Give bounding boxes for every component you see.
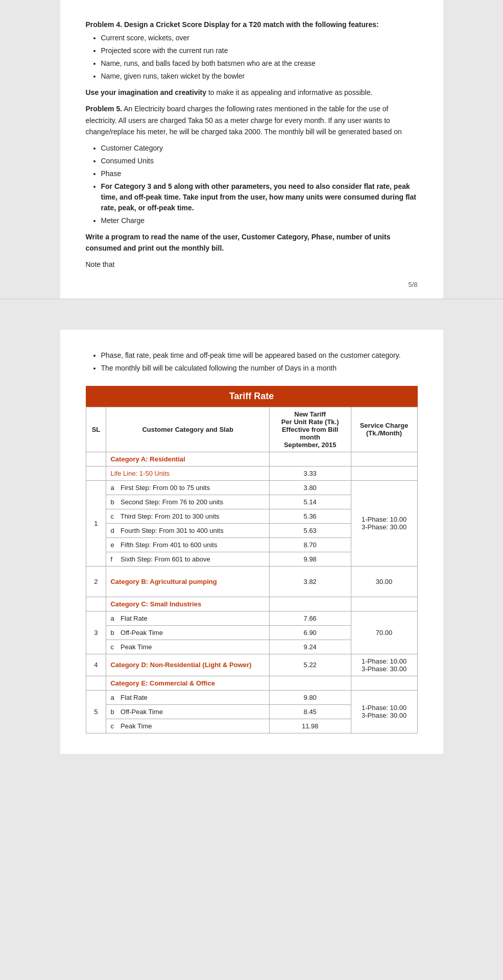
list-item: For Category 3 and 5 along with other pa… xyxy=(101,181,418,213)
tariff-cell: 9.98 xyxy=(269,552,351,566)
tariff-cell: 9.24 xyxy=(269,640,351,654)
tariff-cell xyxy=(269,452,351,466)
tariff-cell: 5.22 xyxy=(269,654,351,676)
tariff-cell: 5.63 xyxy=(269,523,351,537)
sl-cell xyxy=(86,676,106,690)
sl-cell xyxy=(86,597,106,611)
col-header-service: Service Charge(Tk./Month) xyxy=(351,407,417,452)
table-row: 1 a First Step: From 00 to 75 units 3.80… xyxy=(86,480,417,495)
tariff-title: Tariff Rate xyxy=(86,386,418,407)
cat-cell: a Flat Rate xyxy=(106,611,269,625)
table-row: Category A: Residential xyxy=(86,452,417,466)
tariff-cell: 3.80 xyxy=(269,480,351,495)
table-row: Category C: Small Industries xyxy=(86,597,417,611)
sl-cell: 3 xyxy=(86,611,106,654)
list-item: Phase xyxy=(101,168,418,179)
table-row: Life Line: 1-50 Units 3.33 xyxy=(86,466,417,480)
tariff-cell xyxy=(269,676,351,690)
cat-cell: a First Step: From 00 to 75 units xyxy=(106,480,269,495)
cat-cell: Category E: Commercial & Office xyxy=(106,676,269,690)
cat-cell: Life Line: 1-50 Units xyxy=(106,466,269,480)
list-item: Phase, flat rate, peak time and off-peak… xyxy=(101,350,418,361)
tariff-cell: 6.90 xyxy=(269,625,351,640)
cat-cell: c Third Step: From 201 to 300 units xyxy=(106,509,269,523)
service-cell: 1-Phase: 10.003-Phase: 30.00 xyxy=(351,654,417,676)
service-cell: 30.00 xyxy=(351,566,417,597)
list-item: Current score, wickets, over xyxy=(101,33,418,43)
tariff-cell: 3.33 xyxy=(269,466,351,480)
tariff-cell: 5.36 xyxy=(269,509,351,523)
list-item: Name, runs, and balls faced by both bats… xyxy=(101,58,418,69)
tariff-cell xyxy=(269,597,351,611)
service-cell xyxy=(351,597,417,611)
sl-cell: 2 xyxy=(86,566,106,597)
tariff-cell: 8.70 xyxy=(269,537,351,552)
cat-cell: f Sixth Step: From 601 to above xyxy=(106,552,269,566)
service-cell xyxy=(351,676,417,690)
tariff-cell: 9.80 xyxy=(269,690,351,704)
tariff-cell: 3.82 xyxy=(269,566,351,597)
col-header-category: Customer Category and Slab xyxy=(106,407,269,452)
sl-cell xyxy=(86,466,106,480)
cat-cell: Category C: Small Industries xyxy=(106,597,269,611)
tariff-cell: 5.14 xyxy=(269,495,351,509)
tariff-cell: 8.45 xyxy=(269,704,351,719)
cat-cell: Category B: Agricultural pumping xyxy=(106,566,269,597)
cat-cell: a Flat Rate xyxy=(106,690,269,704)
list-item: Meter Charge xyxy=(101,215,418,226)
sl-cell: 5 xyxy=(86,690,106,733)
service-cell: 1-Phase: 10.003-Phase: 30.00 xyxy=(351,480,417,566)
list-item: Name, given runs, taken wicket by the bo… xyxy=(101,71,418,82)
cat-cell: c Peak Time xyxy=(106,640,269,654)
cat-cell: d Fourth Step: From 301 to 400 units xyxy=(106,523,269,537)
table-row: 2 Category B: Agricultural pumping 3.82 … xyxy=(86,566,417,597)
sl-cell xyxy=(86,452,106,466)
tariff-table: SL Customer Category and Slab New Tariff… xyxy=(86,407,418,733)
table-row: 3 a Flat Rate 7.66 70.00 xyxy=(86,611,417,625)
tariff-cell: 11.98 xyxy=(269,719,351,733)
sl-cell: 1 xyxy=(86,480,106,566)
tariff-cell: 7.66 xyxy=(269,611,351,625)
cat-cell: b Off-Peak Time xyxy=(106,625,269,640)
table-row: 5 a Flat Rate 9.80 1-Phase: 10.003-Phase… xyxy=(86,690,417,704)
cat-cell: b Second Step: From 76 to 200 units xyxy=(106,495,269,509)
service-cell xyxy=(351,452,417,466)
cat-cell: Category A: Residential xyxy=(106,452,269,466)
col-header-tariff: New TariffPer Unit Rate (Tk.)Effective f… xyxy=(269,407,351,452)
problem5-intro: Problem 5. An Electricity board charges … xyxy=(86,103,418,137)
list-item: Consumed Units xyxy=(101,156,418,166)
problem4-bullets: Current score, wickets, over Projected s… xyxy=(101,33,418,82)
list-item: Projected score with the current run rat… xyxy=(101,45,418,56)
page-gap xyxy=(0,299,503,330)
page-number: 5/8 xyxy=(86,281,418,288)
bottom-bullets: Phase, flat rate, peak time and off-peak… xyxy=(101,350,418,374)
list-item: The monthly bill will be calculated foll… xyxy=(101,363,418,374)
list-item: Customer Category xyxy=(101,143,418,154)
sl-cell: 4 xyxy=(86,654,106,676)
cat-cell: Category D: Non-Residential (Light & Pow… xyxy=(106,654,269,676)
page-bottom: Phase, flat rate, peak time and off-peak… xyxy=(60,330,443,754)
problem5-bullets: Customer Category Consumed Units Phase F… xyxy=(101,143,418,226)
table-row: Category E: Commercial & Office xyxy=(86,676,417,690)
table-row: 4 Category D: Non-Residential (Light & P… xyxy=(86,654,417,676)
problem4-title: Problem 4. Design a Cricket Score Displa… xyxy=(86,20,418,29)
cat-cell: b Off-Peak Time xyxy=(106,704,269,719)
note-that: Note that xyxy=(86,259,418,270)
cat-cell: e Fifth Step: From 401 to 600 units xyxy=(106,537,269,552)
page-top: Problem 4. Design a Cricket Score Displa… xyxy=(60,0,443,299)
write-program-text: Write a program to read the name of the … xyxy=(86,231,418,254)
cat-cell: c Peak Time xyxy=(106,719,269,733)
col-header-sl: SL xyxy=(86,407,106,452)
service-cell: 70.00 xyxy=(351,611,417,654)
service-cell: 1-Phase: 10.003-Phase: 30.00 xyxy=(351,690,417,733)
creativity-text: Use your imagination and creativity to m… xyxy=(86,87,418,98)
service-cell xyxy=(351,466,417,480)
